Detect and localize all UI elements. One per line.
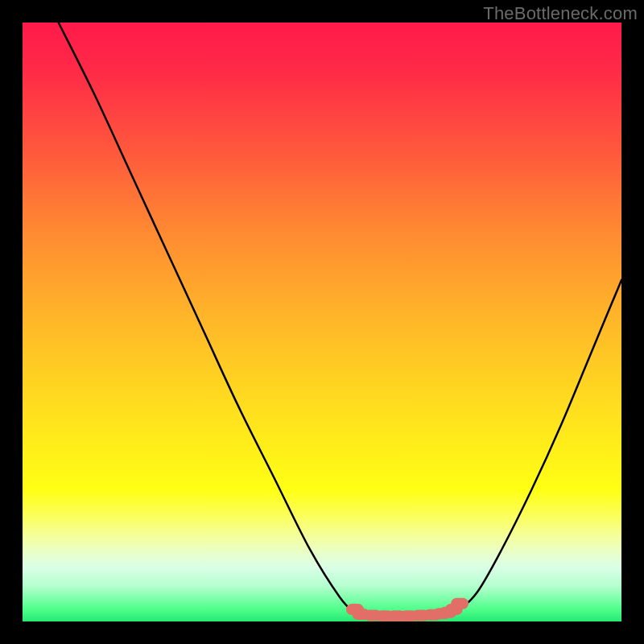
chart-canvas: TheBottleneck.com <box>0 0 644 644</box>
curve-layer <box>23 23 621 621</box>
left-branch-curve <box>59 23 361 616</box>
highlight-markers <box>352 604 463 617</box>
right-branch-curve <box>448 280 621 616</box>
plot-area <box>23 23 621 621</box>
watermark-text: TheBottleneck.com <box>483 3 638 24</box>
